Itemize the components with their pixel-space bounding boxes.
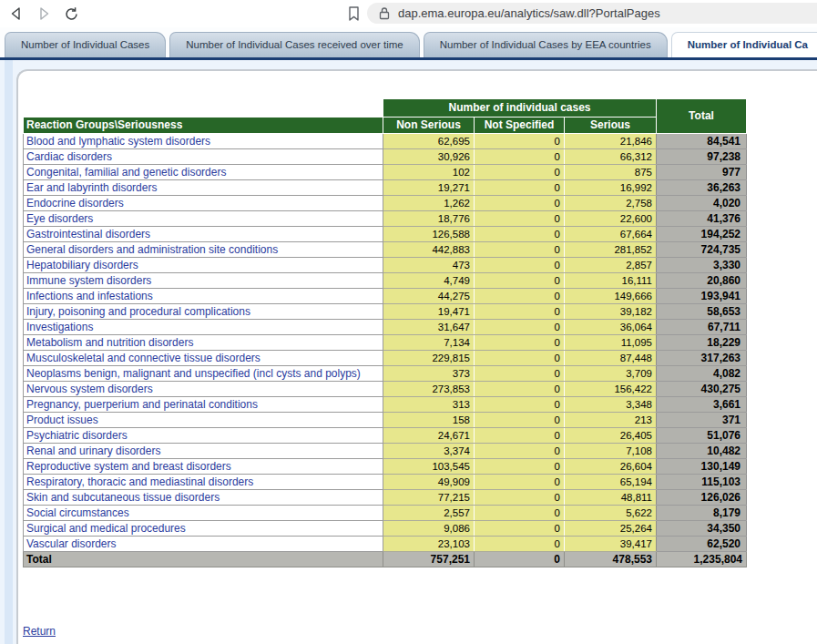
reaction-group-link[interactable]: Musculoskeletal and connective tissue di… bbox=[24, 351, 383, 366]
total-column-header: Total bbox=[657, 99, 747, 134]
non-serious-value: 4,749 bbox=[383, 273, 475, 289]
non-serious-value: 126,588 bbox=[383, 227, 475, 242]
not-specified-value: 0 bbox=[475, 273, 565, 289]
non-serious-value: 1,262 bbox=[383, 196, 475, 211]
row-total-value: 317,263 bbox=[657, 351, 747, 366]
non-serious-value: 158 bbox=[383, 413, 475, 428]
reaction-group-link[interactable]: Injury, poisoning and procedural complic… bbox=[24, 304, 383, 320]
reaction-group-link[interactable]: Pregnancy, puerperium and perinatal cond… bbox=[24, 397, 383, 413]
table-row: Immune system disorders 4,749 0 16,111 2… bbox=[24, 273, 747, 289]
row-group-header: Reaction Groups\Seriousness bbox=[24, 118, 383, 134]
reaction-group-link[interactable]: Neoplasms benign, malignant and unspecif… bbox=[24, 366, 383, 382]
back-button[interactable] bbox=[7, 5, 26, 23]
reaction-group-link[interactable]: Surgical and medical procedures bbox=[24, 521, 383, 537]
table-row: Ear and labyrinth disorders 19,271 0 16,… bbox=[24, 180, 747, 196]
reaction-group-link[interactable]: Respiratory, thoracic and mediastinal di… bbox=[24, 475, 383, 490]
non-serious-value: 31,647 bbox=[383, 320, 475, 335]
non-serious-value: 442,883 bbox=[383, 242, 475, 258]
reaction-group-link[interactable]: Endocrine disorders bbox=[24, 196, 383, 211]
table-row: Hepatobiliary disorders 473 0 2,857 3,33… bbox=[24, 258, 747, 273]
reaction-group-link[interactable]: Blood and lymphatic system disorders bbox=[24, 134, 383, 149]
table-row: Surgical and medical procedures 9,086 0 … bbox=[24, 521, 747, 537]
row-total-value: 3,661 bbox=[657, 397, 747, 413]
table-row: General disorders and administration sit… bbox=[24, 242, 747, 258]
column-header-non-serious: Non Serious bbox=[383, 118, 475, 134]
row-total-value: 430,275 bbox=[657, 382, 747, 397]
non-serious-value: 103,545 bbox=[383, 459, 475, 475]
row-total-value: 20,860 bbox=[657, 273, 747, 289]
tab-4[interactable]: Number of Individual Ca bbox=[671, 32, 817, 57]
reaction-group-link[interactable]: Ear and labyrinth disorders bbox=[24, 180, 383, 196]
reaction-group-link[interactable]: Vascular disorders bbox=[24, 537, 383, 552]
row-total-value: 115,103 bbox=[657, 475, 747, 490]
serious-value: 16,111 bbox=[565, 273, 657, 289]
serious-value: 66,312 bbox=[565, 149, 657, 165]
reload-button[interactable] bbox=[62, 5, 80, 23]
reaction-group-link[interactable]: Social circumstances bbox=[24, 506, 383, 521]
non-serious-value: 19,271 bbox=[383, 180, 475, 196]
url-bar[interactable]: dap.ema.europa.eu/analytics/saw.dll?Port… bbox=[367, 3, 817, 24]
grand-total: 1,235,804 bbox=[657, 552, 747, 567]
reaction-group-link[interactable]: Gastrointestinal disorders bbox=[24, 227, 383, 242]
reaction-group-link[interactable]: Cardiac disorders bbox=[24, 149, 383, 165]
reaction-group-link[interactable]: Nervous system disorders bbox=[24, 382, 383, 397]
bookmark-icon bbox=[347, 5, 361, 22]
reaction-group-link[interactable]: General disorders and administration sit… bbox=[24, 242, 383, 258]
row-total-value: 3,330 bbox=[657, 258, 747, 273]
serious-value: 875 bbox=[565, 165, 657, 180]
non-serious-value: 19,471 bbox=[383, 304, 475, 320]
non-serious-value: 18,776 bbox=[383, 211, 475, 227]
reload-icon bbox=[64, 6, 79, 22]
reaction-group-link[interactable]: Infections and infestations bbox=[24, 289, 383, 304]
url-text: dap.ema.europa.eu/analytics/saw.dll?Port… bbox=[398, 6, 660, 20]
reaction-group-link[interactable]: Renal and urinary disorders bbox=[24, 444, 383, 459]
not-specified-value: 0 bbox=[475, 134, 565, 149]
table-row: Eye disorders 18,776 0 22,600 41,376 bbox=[24, 211, 747, 227]
not-specified-value: 0 bbox=[475, 475, 565, 490]
table-row: Reproductive system and breast disorders… bbox=[24, 459, 747, 475]
return-link[interactable]: Return bbox=[23, 625, 56, 638]
non-serious-value: 24,671 bbox=[383, 428, 475, 444]
not-specified-value: 0 bbox=[475, 351, 565, 366]
reaction-group-link[interactable]: Congenital, familial and genetic disorde… bbox=[24, 165, 383, 180]
tab-3[interactable]: Number of Individual Cases by EEA countr… bbox=[424, 32, 668, 57]
total-non-serious: 757,251 bbox=[383, 552, 475, 567]
row-total-value: 58,653 bbox=[657, 304, 747, 320]
non-serious-value: 9,086 bbox=[383, 521, 475, 537]
row-total-value: 4,020 bbox=[657, 196, 747, 211]
reaction-group-link[interactable]: Immune system disorders bbox=[24, 273, 383, 289]
non-serious-value: 44,275 bbox=[383, 289, 475, 304]
not-specified-value: 0 bbox=[475, 335, 565, 351]
reaction-group-link[interactable]: Product issues bbox=[24, 413, 383, 428]
row-total-value: 977 bbox=[657, 165, 747, 180]
row-total-value: 193,941 bbox=[657, 289, 747, 304]
non-serious-value: 2,557 bbox=[383, 506, 475, 521]
reaction-group-link[interactable]: Reproductive system and breast disorders bbox=[24, 459, 383, 475]
bookmark-button[interactable] bbox=[344, 5, 363, 23]
non-serious-value: 49,909 bbox=[383, 475, 475, 490]
reaction-group-link[interactable]: Psychiatric disorders bbox=[24, 428, 383, 444]
reaction-group-link[interactable]: Eye disorders bbox=[24, 211, 383, 227]
tab-label: Number of Individual Cases by EEA countr… bbox=[440, 39, 651, 50]
tab-2[interactable]: Number of Individual Cases received over… bbox=[169, 32, 419, 57]
tab-1[interactable]: Number of Individual Cases bbox=[5, 32, 166, 57]
serious-value: 65,194 bbox=[565, 475, 657, 490]
reaction-group-link[interactable]: Hepatobiliary disorders bbox=[24, 258, 383, 273]
table-row: Skin and subcutaneous tissue disorders 7… bbox=[24, 490, 747, 506]
serious-value: 26,405 bbox=[565, 428, 657, 444]
table-row: Respiratory, thoracic and mediastinal di… bbox=[24, 475, 747, 490]
row-total-value: 41,376 bbox=[657, 211, 747, 227]
table-row: Vascular disorders 23,103 0 39,417 62,52… bbox=[24, 537, 747, 552]
non-serious-value: 313 bbox=[383, 397, 475, 413]
not-specified-value: 0 bbox=[475, 304, 565, 320]
serious-value: 281,852 bbox=[565, 242, 657, 258]
non-serious-value: 77,215 bbox=[383, 490, 475, 506]
reaction-group-link[interactable]: Metabolism and nutrition disorders bbox=[24, 335, 383, 351]
reaction-group-link[interactable]: Investigations bbox=[24, 320, 383, 335]
reaction-group-link[interactable]: Skin and subcutaneous tissue disorders bbox=[24, 490, 383, 506]
serious-value: 2,758 bbox=[565, 196, 657, 211]
forward-button[interactable] bbox=[35, 5, 53, 23]
cases-table: Number of individual cases Total Reactio… bbox=[23, 98, 747, 567]
table-row: Injury, poisoning and procedural complic… bbox=[24, 304, 747, 320]
non-serious-value: 3,374 bbox=[383, 444, 475, 459]
